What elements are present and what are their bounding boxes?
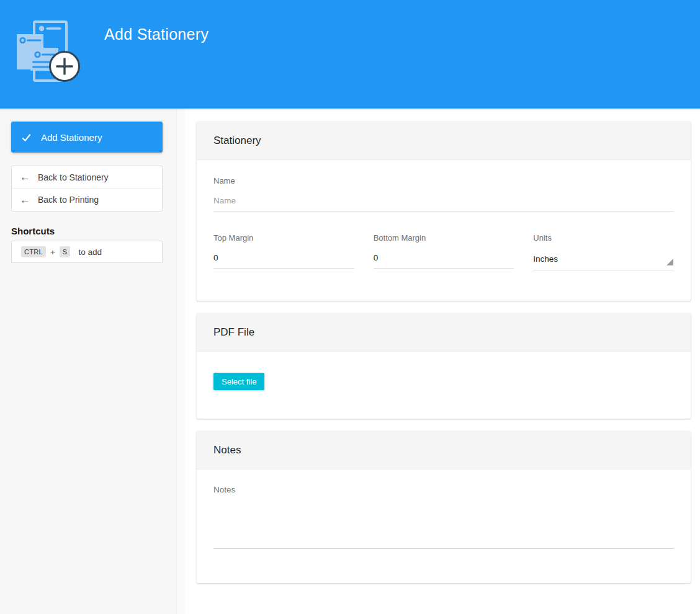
app-header: Add Stationery [0,0,700,109]
ctrl-key-badge: CTRL [21,246,46,257]
add-stationery-button[interactable]: Add Stationery [11,122,163,153]
pdf-file-card-title: PDF File [213,326,254,339]
top-margin-input[interactable] [213,242,354,269]
back-arrow-icon: ← [20,195,30,205]
select-file-button[interactable]: Select file [213,373,264,390]
notes-card-header: Notes [197,431,691,469]
notes-card: Notes [197,431,691,583]
units-label: Units [533,233,674,242]
add-stationery-button-label: Add Stationery [41,132,102,143]
main-content: Stationery Name Top Margin Bottom Margin [185,109,700,614]
content-area: Add Stationery ← Back to Stationery ← Ba… [0,109,700,614]
page-title: Add Stationery [104,25,209,43]
units-select-value: Inches [533,254,558,264]
stationery-card: Stationery Name Top Margin Bottom Margin [197,122,691,301]
back-nav: ← Back to Stationery ← Back to Printing [11,166,163,211]
dropdown-corner-icon [666,259,673,265]
notes-card-body [197,469,691,549]
sidebar-scrollbar[interactable] [176,109,185,614]
pdf-file-card: PDF File Select file [197,313,691,419]
name-input[interactable] [213,185,674,211]
notes-card-title: Notes [213,444,241,456]
top-margin-field: Top Margin [213,233,354,270]
back-to-printing-button[interactable]: ← Back to Printing [12,189,162,211]
check-icon [20,131,32,143]
shortcuts-heading: Shortcuts [11,226,163,236]
back-to-stationery-label: Back to Stationery [38,172,109,182]
bottom-margin-label: Bottom Margin [374,233,514,242]
top-margin-label: Top Margin [213,233,354,242]
bottom-margin-input[interactable] [374,242,514,269]
pdf-file-card-body: Select file [197,352,691,390]
notes-textarea[interactable] [213,485,674,549]
back-arrow-icon: ← [20,172,30,182]
stationery-card-title: Stationery [213,135,261,147]
stationery-card-body: Name Top Margin Bottom Margin [197,160,691,270]
shortcut-separator: + [50,247,55,257]
app-window: Add Stationery Add Stationery ← Back to … [0,0,700,614]
shortcuts-card: CTRL + S to add [11,241,163,263]
stationery-card-header: Stationery [197,122,691,160]
units-field: Units Inches [533,233,674,270]
pdf-file-card-header: PDF File [197,313,691,352]
name-label: Name [213,176,674,185]
shortcut-suffix: to add [78,247,102,257]
s-key-badge: S [60,246,71,257]
name-field: Name [213,176,674,211]
sidebar: Add Stationery ← Back to Stationery ← Ba… [0,109,185,614]
back-to-stationery-button[interactable]: ← Back to Stationery [12,166,162,189]
bottom-margin-field: Bottom Margin [374,233,514,270]
back-to-printing-label: Back to Printing [38,195,99,205]
margins-row: Top Margin Bottom Margin Units Inches [213,233,674,270]
stationery-add-icon [17,20,81,82]
units-select[interactable]: Inches [533,242,674,270]
